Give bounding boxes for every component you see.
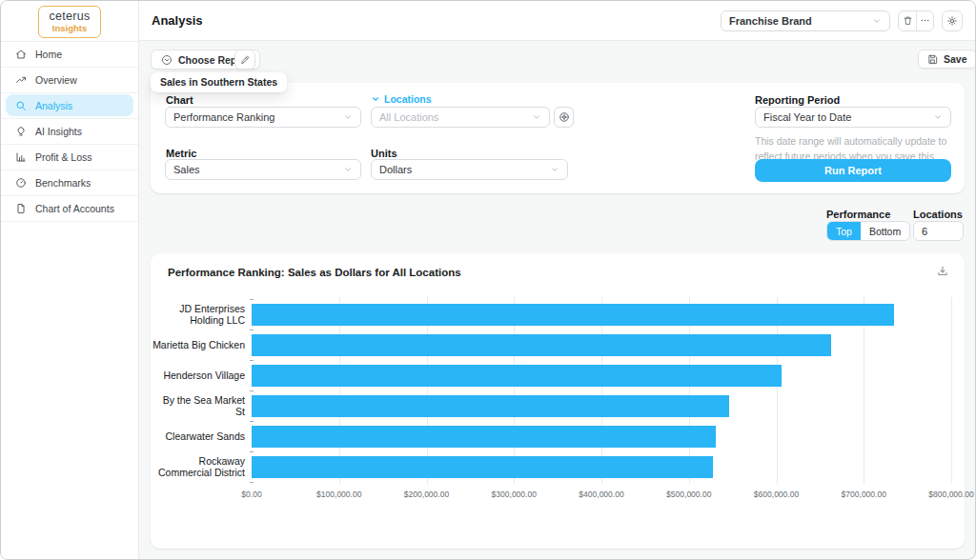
home-icon <box>15 49 27 60</box>
x-axis-tick-label: $400,000.00 <box>579 490 623 499</box>
settings-button[interactable] <box>942 10 963 31</box>
app-window: ceterus Insights HomeOverviewAnalysisAI … <box>0 0 976 560</box>
locations-settings-icon <box>559 111 570 123</box>
gridline <box>951 297 952 484</box>
x-axis-tick-label: $600,000.00 <box>754 490 799 499</box>
metric-field-label: Metric <box>166 148 196 159</box>
chart-card: Performance Ranking: Sales as Dollars fo… <box>151 253 965 549</box>
bar[interactable] <box>252 456 713 478</box>
sidebar-item-chart-of-accounts[interactable]: Chart of Accounts <box>1 196 138 222</box>
delete-button[interactable] <box>899 11 916 30</box>
chevron-down-icon <box>343 165 353 174</box>
report-dropdown-item[interactable]: Sales in Southern States <box>151 72 287 92</box>
report-filters-card: Chart Performance Ranking Locations All … <box>151 83 965 193</box>
chevron-down-icon <box>532 112 541 122</box>
reporting-period-value: Fiscal Year to Date <box>763 111 851 123</box>
sidebar-item-ai-insights[interactable]: AI Insights <box>1 119 138 145</box>
bar-track <box>252 395 951 417</box>
brand-logo: ceterus Insights <box>38 6 101 38</box>
locations-select[interactable]: All Locations <box>371 107 550 128</box>
topbar: Analysis Franchise Brand <box>139 1 975 41</box>
chart-row: JD Enterprises Holding LLC <box>151 299 951 330</box>
x-axis-tick-label: $0.00 <box>241 490 261 499</box>
page-title: Analysis <box>152 13 202 28</box>
sidebar-item-benchmarks[interactable]: Benchmarks <box>1 170 138 196</box>
performance-top-option[interactable]: Top <box>827 222 861 240</box>
sidebar-item-home[interactable]: Home <box>1 42 138 68</box>
x-axis-tick-label: $200,000.00 <box>404 490 449 499</box>
reporting-period-select[interactable]: Fiscal Year to Date <box>755 107 951 128</box>
chart-row: Rockaway Commercial District <box>151 451 951 482</box>
download-chart-button[interactable] <box>936 265 949 278</box>
x-axis-tick-label: $100,000.00 <box>316 490 361 499</box>
chart-row: By the Sea Market St <box>151 390 951 421</box>
edit-report-button[interactable] <box>234 50 255 70</box>
bar[interactable] <box>252 365 782 387</box>
chart-rows: JD Enterprises Holding LLCMarietta Big C… <box>151 299 951 482</box>
bar-label: Rockaway Commercial District <box>151 455 252 478</box>
metric-select[interactable]: Sales <box>165 159 361 180</box>
chart-title: Performance Ranking: Sales as Dollars fo… <box>168 267 461 278</box>
chart-row: Henderson Village <box>151 360 951 390</box>
save-icon <box>927 54 938 65</box>
bar-track <box>252 426 951 448</box>
sidebar-item-analysis[interactable]: Analysis <box>1 93 138 119</box>
chart-field-label: Chart <box>166 94 193 106</box>
chevron-down-icon <box>343 112 353 122</box>
performance-bottom-option[interactable]: Bottom <box>861 222 909 240</box>
bar-track <box>252 304 951 326</box>
analysis-icon <box>15 100 27 111</box>
delete-icon <box>903 15 913 26</box>
bar[interactable] <box>252 426 716 448</box>
bar-label: JD Enterprises Holding LLC <box>151 303 252 326</box>
units-select-value: Dollars <box>379 164 412 175</box>
sidebar: ceterus Insights HomeOverviewAnalysisAI … <box>1 1 139 559</box>
x-axis-tick-label: $700,000.00 <box>842 490 886 499</box>
sidebar-item-label: Analysis <box>35 100 72 111</box>
overview-icon <box>15 74 27 86</box>
chart-select[interactable]: Performance Ranking <box>165 107 361 128</box>
locations-section-toggle[interactable]: Locations <box>371 93 432 105</box>
report-actions-group <box>898 10 934 31</box>
ai-insights-icon <box>15 126 27 137</box>
chevron-down-icon <box>872 16 882 26</box>
locations-count-input[interactable] <box>913 221 964 241</box>
more-options-icon <box>920 15 930 26</box>
circle-chevron-icon <box>161 54 173 66</box>
save-button[interactable]: Save <box>918 50 976 69</box>
sidebar-item-label: Chart of Accounts <box>35 203 114 214</box>
sidebar-nav: HomeOverviewAnalysisAI InsightsProfit & … <box>1 41 138 222</box>
locations-section-label: Locations <box>384 93 432 105</box>
sidebar-item-overview[interactable]: Overview <box>1 68 138 93</box>
brand-subtitle: Insights <box>43 23 96 33</box>
bar[interactable] <box>252 334 831 356</box>
more-options-button[interactable] <box>916 11 933 30</box>
sidebar-item-label: Benchmarks <box>35 177 91 189</box>
sidebar-item-label: Home <box>35 49 62 60</box>
chart-row: Clearwater Sands <box>151 421 951 451</box>
bar-track <box>252 334 951 356</box>
brand-select[interactable]: Franchise Brand <box>721 10 890 31</box>
pencil-icon <box>240 54 251 65</box>
units-select[interactable]: Dollars <box>371 159 568 180</box>
locations-select-placeholder: All Locations <box>379 111 438 123</box>
chart-x-axis: $0.00$100,000.00$200,000.00$300,000.00$4… <box>252 490 951 501</box>
performance-label: Performance <box>826 209 890 220</box>
bar[interactable] <box>252 304 894 326</box>
locations-count-label: Locations <box>913 209 963 220</box>
chart-select-value: Performance Ranking <box>173 111 274 123</box>
download-icon <box>936 265 949 278</box>
metric-select-value: Sales <box>173 164 200 175</box>
bar-label: By the Sea Market St <box>151 394 252 417</box>
brand-select-value: Franchise Brand <box>729 15 812 27</box>
run-report-button[interactable]: Run Report <box>755 159 951 182</box>
chevron-down-icon <box>933 112 943 122</box>
benchmarks-icon <box>15 177 27 189</box>
brand-name: ceterus <box>43 10 96 23</box>
chevron-down-icon <box>371 94 380 104</box>
sidebar-item-profit-loss[interactable]: Profit & Loss <box>1 145 138 170</box>
locations-settings-button[interactable] <box>554 107 574 128</box>
reporting-period-label: Reporting Period <box>755 94 840 106</box>
chart-row: Marietta Big Chicken <box>151 330 951 360</box>
bar[interactable] <box>252 395 729 417</box>
